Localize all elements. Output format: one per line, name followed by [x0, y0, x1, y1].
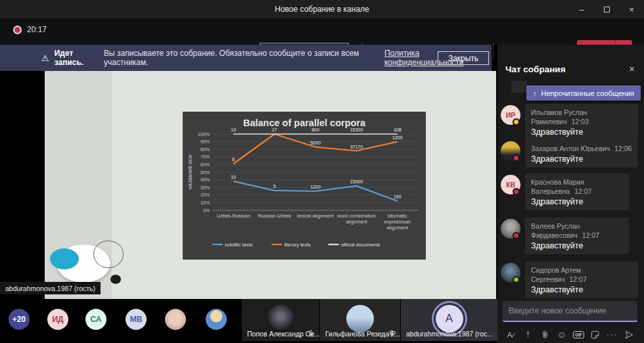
svg-text:literary texts: literary texts	[284, 242, 311, 248]
format-icon	[506, 330, 516, 340]
message-text: Здравствуйте	[531, 154, 632, 164]
chat-panel-title: Чат собрания	[505, 64, 566, 74]
message-text: Здравствуйте	[531, 197, 623, 206]
chat-message[interactable]: КВ Краснова Мария Валерьевна12:07 Здравс…	[501, 173, 640, 210]
avatar	[267, 305, 294, 332]
svg-text:100%: 100%	[198, 132, 210, 137]
message-text: Здравствуйте	[531, 127, 632, 137]
maximize-icon	[604, 7, 610, 12]
emoji-button[interactable]: ☺	[553, 329, 570, 340]
minimize-button[interactable]: –	[569, 0, 594, 18]
message-time: 12:03	[571, 118, 588, 126]
svg-text:official documents: official documents	[341, 242, 380, 248]
priority-button[interactable]: !	[520, 329, 537, 340]
svg-text:60%: 60%	[200, 162, 210, 167]
svg-text:37170: 37170	[350, 145, 363, 149]
svg-text:800: 800	[311, 127, 319, 132]
status-available-icon: ✓	[513, 276, 520, 283]
gif-icon: GIF	[573, 331, 584, 338]
window-title: Новое собрание в канале	[0, 5, 644, 14]
message-author: Валеев Руслан Фирдавесович	[531, 222, 580, 239]
svg-text:10: 10	[231, 127, 236, 132]
svg-text:Uzbek-Russian: Uzbek-Russian	[217, 213, 250, 219]
window-titlebar: Новое собрание в канале – ×	[0, 0, 644, 18]
attach-button[interactable]	[536, 329, 553, 340]
send-icon	[624, 330, 634, 340]
svg-text:1200: 1200	[392, 135, 403, 140]
arrow-up-icon: ↑	[533, 89, 537, 97]
svg-text:108: 108	[394, 127, 402, 132]
banner-close-button[interactable]: Закрыть	[438, 51, 489, 65]
svg-text:lexical alignment: lexical alignment	[297, 213, 334, 219]
svg-text:Russian-Uzbek: Russian-Uzbek	[258, 213, 291, 219]
svg-text:5000: 5000	[310, 141, 321, 145]
message-input[interactable]: Введите новое сообщение	[503, 301, 637, 322]
sticker-button[interactable]	[587, 329, 604, 340]
participant-avatar[interactable]: СА	[85, 309, 106, 330]
chat-close-button[interactable]: ×	[629, 63, 635, 74]
svg-text:30%: 30%	[200, 185, 210, 190]
warning-icon: ⚠	[41, 53, 49, 63]
priority-icon: !	[527, 330, 529, 339]
svg-text:10: 10	[231, 175, 236, 179]
send-button[interactable]	[620, 329, 637, 340]
recording-indicator-icon	[13, 26, 22, 34]
svg-text:Balance of parallel corpora: Balance of parallel corpora	[243, 118, 366, 128]
video-tile[interactable]: Гильфанова Резеда Р...	[320, 299, 400, 341]
more-icon: ···	[607, 331, 618, 338]
format-button[interactable]	[503, 329, 520, 340]
status-busy-icon	[513, 232, 520, 239]
message-time: 12:07	[582, 231, 599, 239]
svg-text:17: 17	[272, 127, 277, 132]
svg-text:70%: 70%	[200, 154, 210, 159]
status-busy-icon	[513, 188, 520, 195]
balance-chart: Balance of parallel corpora0%10%20%30%40…	[183, 112, 426, 260]
participant-avatar[interactable]: ИД	[47, 309, 68, 330]
close-button[interactable]: ×	[619, 0, 644, 18]
participants-strip: +20 ИД СА МВ Попов Александр Се... Гильф…	[0, 299, 497, 343]
svg-text:alignment: alignment	[346, 219, 367, 225]
svg-text:40%: 40%	[200, 177, 210, 182]
message-time: 12:07	[574, 187, 591, 195]
maximize-button[interactable]	[594, 0, 619, 18]
clipped-message	[511, 81, 527, 93]
chat-message[interactable]: ИР Ильгамов Руслан Рамилевич12:03 Здравс…	[501, 104, 640, 141]
svg-text:expressioan: expressioan	[384, 219, 411, 225]
chat-message[interactable]: ✓ Сидоров Артем Сергеевич12:07 Здравству…	[501, 262, 640, 298]
svg-text:НАЗВАНИЕ ОСИ: НАЗВАНИЕ ОСИ	[188, 154, 193, 189]
participant-avatar-photo[interactable]	[165, 309, 186, 330]
meeting-timer: 20:17	[27, 25, 47, 34]
presentation-stage: Balance of parallel corpora0%10%20%30%40…	[0, 71, 497, 299]
slide-chart: Balance of parallel corpora0%10%20%30%40…	[183, 112, 426, 260]
svg-text:23000: 23000	[350, 179, 363, 184]
mic-muted-icon	[306, 329, 315, 338]
svg-text:15300: 15300	[350, 127, 363, 132]
message-text: Здравствуйте	[531, 241, 623, 250]
svg-text:1200: 1200	[310, 185, 321, 189]
svg-text:5: 5	[273, 184, 276, 189]
shared-slide: Balance of parallel corpora0%10%20%30%40…	[45, 71, 496, 299]
meeting-toolbar: 20:17 Запросить управление ···	[0, 18, 644, 45]
unread-messages-button[interactable]: ↑ Непрочитанные сообщения	[526, 85, 641, 101]
svg-text:20%: 20%	[200, 193, 210, 197]
participant-avatar-photo[interactable]	[206, 309, 227, 330]
tile-participant-name: abdurahmonova.1987 (гос...	[406, 330, 493, 338]
overflow-participants-avatar[interactable]: +20	[9, 309, 30, 330]
chat-message[interactable]: Валеев Руслан Фирдавесович12:07 Здравств…	[501, 217, 640, 254]
gif-button[interactable]: GIF	[570, 329, 587, 340]
participant-avatar[interactable]: МВ	[126, 309, 147, 330]
svg-text:90%: 90%	[200, 139, 210, 144]
message-input-placeholder: Введите новое сообщение	[509, 306, 607, 315]
video-tile-speaking[interactable]: A abdurahmonova.1987 (гос...	[401, 299, 497, 341]
chat-message[interactable]: Захаров Антон Юрьевич12:06 Здравствуйте	[501, 140, 640, 168]
recording-banner: ⚠ Идет запись. Вы записываете это собран…	[0, 45, 492, 71]
slide-decoration-dot	[110, 275, 121, 284]
svg-text:80%: 80%	[200, 147, 210, 152]
message-text: Здравствуйте	[531, 285, 632, 294]
video-tile[interactable]: Попов Александр Се...	[242, 299, 319, 341]
compose-more-button[interactable]: ···	[604, 329, 621, 340]
slide-decoration-blue-ellipse	[50, 248, 79, 269]
svg-text:alignment: alignment	[387, 225, 409, 231]
toolbar-divider	[493, 42, 494, 59]
recording-banner-text: Вы записываете это собрание. Обязательно…	[104, 49, 382, 67]
